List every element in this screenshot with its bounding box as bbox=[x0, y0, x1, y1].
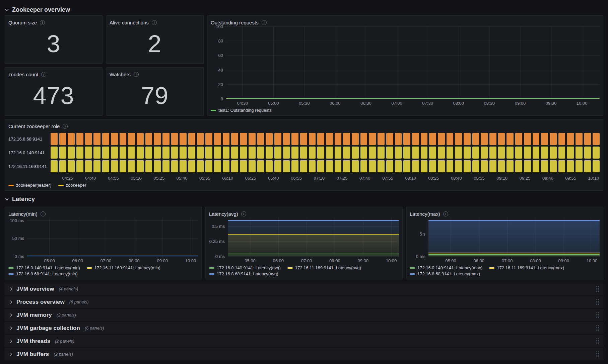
info-icon[interactable]: i bbox=[41, 72, 46, 77]
state-bar bbox=[283, 147, 290, 159]
info-icon[interactable]: i bbox=[241, 211, 246, 216]
dot bbox=[596, 304, 597, 305]
info-icon[interactable]: i bbox=[41, 211, 46, 216]
stat-value: 473 bbox=[8, 78, 99, 113]
section-row-collapsed[interactable]: JVM garbage collection(6 panels) bbox=[5, 322, 603, 334]
panel-title[interactable]: Quorum size bbox=[8, 20, 37, 25]
state-bar bbox=[489, 147, 496, 159]
state-bar bbox=[584, 160, 591, 172]
state-bar bbox=[335, 133, 342, 145]
state-bar bbox=[550, 160, 557, 172]
legend-item[interactable]: 172.16.11.169:9141: Latency(avg) bbox=[287, 265, 361, 270]
x-axis-label: 08:25 bbox=[428, 176, 439, 181]
chevron-right-icon bbox=[9, 300, 13, 304]
legend-item[interactable]: 172.16.0.140:9141: Latency(max) bbox=[410, 265, 482, 270]
dot bbox=[596, 356, 597, 357]
drag-handle-icon[interactable] bbox=[596, 312, 599, 318]
info-icon[interactable]: i bbox=[63, 124, 68, 129]
legend: test1: Outstanding requests bbox=[211, 106, 600, 113]
state-bar bbox=[300, 160, 307, 172]
panel-title[interactable]: Latency(max) bbox=[410, 211, 440, 217]
state-bar bbox=[335, 147, 342, 159]
x-axis-label: 10:00 bbox=[185, 258, 196, 263]
section-title: JVM memory bbox=[16, 312, 52, 318]
state-bar bbox=[541, 147, 548, 159]
panel-title[interactable]: Watchers bbox=[110, 72, 131, 77]
drag-handle-icon[interactable] bbox=[596, 338, 599, 344]
y-axis-label: 80 bbox=[218, 38, 223, 43]
state-bar bbox=[421, 160, 428, 172]
state-bar bbox=[472, 160, 479, 172]
drag-handle-icon[interactable] bbox=[596, 351, 599, 357]
legend-item[interactable]: 172.16.11.169:9141: Latency(max) bbox=[489, 265, 564, 270]
x-axis-label: 09:10 bbox=[497, 176, 508, 181]
x-axis-label: 07:00 bbox=[502, 258, 513, 263]
gridline bbox=[428, 256, 600, 257]
state-bar bbox=[524, 133, 531, 145]
y-axis-label: 50 ms bbox=[12, 236, 24, 241]
state-bar bbox=[403, 160, 410, 172]
legend-item[interactable]: 172.16.8.68:9141: Latency(max) bbox=[410, 271, 480, 276]
gridline bbox=[162, 218, 163, 256]
legend-item[interactable]: 172.16.11.169:9141: Latency(min) bbox=[87, 265, 160, 270]
dot bbox=[598, 312, 599, 313]
section-row-collapsed[interactable]: JVM memory(2 panels) bbox=[5, 309, 603, 321]
info-icon[interactable]: i bbox=[152, 20, 157, 25]
legend-item[interactable]: zookeeper bbox=[58, 183, 86, 188]
state-bar bbox=[558, 160, 565, 172]
x-axis-label: 08:55 bbox=[474, 176, 485, 181]
panel-title[interactable]: znodes count bbox=[8, 72, 38, 77]
info-icon[interactable]: i bbox=[134, 72, 139, 77]
state-bar bbox=[326, 147, 333, 159]
legend: zookeeper(leader)zookeeper bbox=[8, 181, 600, 188]
drag-handle-icon[interactable] bbox=[596, 286, 599, 292]
state-bar bbox=[274, 160, 281, 172]
panel-title[interactable]: Current zookeeper role bbox=[8, 123, 60, 129]
plot-row: 0.5 ms0.25 ms0 ms bbox=[209, 218, 399, 256]
state-bar bbox=[137, 160, 144, 172]
section-latency[interactable]: Latency bbox=[5, 193, 603, 205]
panel-title[interactable]: Latency(avg) bbox=[209, 211, 238, 217]
drag-handle-icon[interactable] bbox=[596, 299, 599, 305]
legend-item[interactable]: zookeeper(leader) bbox=[8, 183, 52, 188]
x-axis-label: 08:10 bbox=[405, 176, 416, 181]
state-bar bbox=[429, 133, 436, 145]
state-bar bbox=[76, 133, 83, 145]
y-axis-label: 0.5 ms bbox=[212, 224, 225, 229]
info-icon[interactable]: i bbox=[443, 211, 448, 216]
info-icon[interactable]: i bbox=[40, 20, 45, 25]
legend-item[interactable]: 172.16.8.68:9141: Latency(avg) bbox=[209, 271, 278, 276]
state-bar bbox=[455, 160, 462, 172]
section-row-collapsed[interactable]: JVM buffers(2 panels) bbox=[5, 348, 603, 360]
gridline bbox=[226, 70, 600, 70]
legend-label: 172.16.11.169:9141: Latency(max) bbox=[497, 265, 564, 270]
state-bar bbox=[412, 133, 419, 145]
state-bar bbox=[171, 147, 178, 159]
x-axis-label: 05:00 bbox=[245, 258, 256, 263]
section-row-collapsed[interactable]: Process overview(6 panels) bbox=[5, 296, 603, 308]
section-title: Latency bbox=[12, 196, 35, 203]
state-bar bbox=[154, 147, 161, 159]
state-bar bbox=[231, 160, 238, 172]
state-bar bbox=[317, 147, 324, 159]
section-row-collapsed[interactable]: JVM threads(2 panels) bbox=[5, 335, 603, 347]
x-axis-label: 06:00 bbox=[273, 258, 284, 263]
legend-item[interactable]: 172.16.0.140:9141: Latency(avg) bbox=[209, 265, 281, 270]
legend-item[interactable]: test1: Outstanding requests bbox=[211, 108, 272, 113]
state-bar bbox=[343, 160, 350, 172]
state-bar bbox=[128, 147, 135, 159]
info-icon[interactable]: i bbox=[262, 20, 267, 25]
section-zookeeper-overview[interactable]: Zookeeper overview bbox=[5, 4, 603, 15]
section-row-collapsed[interactable]: JVM overview(4 panels) bbox=[5, 283, 603, 295]
state-bar bbox=[429, 147, 436, 159]
chart-body: 100806040200 04:3005:0005:3006:0006:3007… bbox=[211, 26, 600, 113]
drag-handle-icon[interactable] bbox=[596, 325, 599, 331]
panel-title[interactable]: Latency(min) bbox=[8, 211, 38, 217]
state-bar bbox=[120, 133, 127, 145]
legend-item[interactable]: 172.16.0.140:9141: Latency(min) bbox=[8, 265, 80, 270]
state-bar bbox=[240, 147, 247, 159]
state-bar bbox=[567, 160, 574, 172]
panel-title[interactable]: Alive connections bbox=[110, 20, 149, 25]
dot bbox=[596, 291, 597, 292]
legend-item[interactable]: 172.16.8.68:9141: Latency(min) bbox=[8, 271, 78, 276]
